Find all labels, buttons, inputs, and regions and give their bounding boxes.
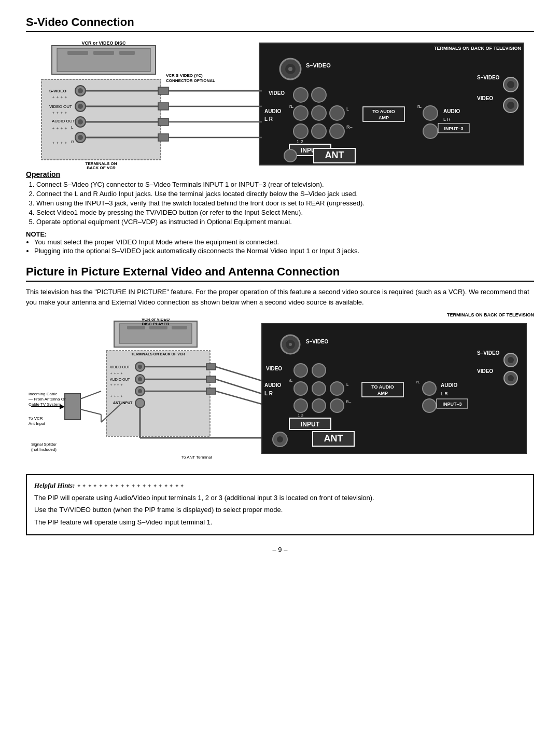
svg-rect-29 [158,87,169,94]
svg-text:AUDIO: AUDIO [264,382,281,388]
svg-text:R–: R– [346,125,353,130]
svg-text:rL: rL [417,104,422,109]
svg-text:VIDEO: VIDEO [477,368,493,374]
svg-text:VIDEO OUT: VIDEO OUT [110,365,130,369]
svg-text:BACK OF VCR: BACK OF VCR [87,165,116,170]
svg-text:L R: L R [264,116,273,122]
pip-title: Picture in Picture External Video and An… [26,265,534,282]
svg-point-93 [138,365,142,369]
svg-rect-86 [172,326,187,329]
svg-text:L: L [71,125,74,130]
operation-list: Connect S–Video (YC) connector to S–Vide… [36,181,534,226]
operation-step-3: When using the INPUT–3 jack, verify that… [36,199,534,207]
svg-text:— From Antenna Or: — From Antenna Or [29,397,66,402]
operation-section: Operation Connect S–Video (YC) connector… [26,170,534,255]
svg-point-67 [330,124,344,139]
svg-text:✦ ✦ ✦ ✦: ✦ ✦ ✦ ✦ [52,141,67,145]
svg-text:1   2: 1 2 [298,413,304,418]
svg-text:VIDEO: VIDEO [266,366,282,371]
pip-intro: This television has the "PICTURE IN PICT… [26,287,534,307]
svg-rect-35 [158,134,169,141]
svg-rect-31 [158,103,169,110]
svg-text:AUDIO OUT: AUDIO OUT [52,119,75,123]
svg-point-56 [330,106,344,120]
svg-text:(not Included): (not Included) [31,447,57,452]
svg-rect-2 [67,51,88,55]
svg-line-107 [80,391,101,399]
svg-point-40 [288,67,292,71]
note-label: NOTE: [26,230,47,238]
svg-rect-123 [206,376,216,382]
svg-point-155 [423,382,436,395]
svg-point-147 [294,382,307,395]
note-list: You must select the proper VIDEO Input M… [34,238,534,255]
svg-text:INPUT: INPUT [301,421,320,428]
svg-point-66 [312,124,326,139]
svg-text:S-VIDEO: S-VIDEO [49,89,66,93]
svg-point-18 [78,119,83,125]
svg-text:✦ ✦ ✦ ✦: ✦ ✦ ✦ ✦ [52,95,67,99]
svg-point-100 [135,398,145,408]
svg-rect-106 [65,394,80,420]
svg-text:AUDIO: AUDIO [264,108,281,114]
svg-text:Incoming Cable: Incoming Cable [29,392,58,396]
svg-point-11 [78,88,83,93]
svg-text:Cable TV System: Cable TV System [29,402,61,407]
svg-point-65 [293,124,308,139]
svg-text:✦ ✦ ✦ ✦: ✦ ✦ ✦ ✦ [52,111,67,115]
svg-text:S–VIDEO: S–VIDEO [306,339,329,344]
svg-text:✦ ✦ ✦ ✦: ✦ ✦ ✦ ✦ [110,395,123,398]
svg-point-44 [507,81,514,88]
svg-point-14 [78,104,83,109]
svg-text:Signal Splitter: Signal Splitter [31,442,57,447]
svg-text:TERMINALS ON BACK OF VCR: TERMINALS ON BACK OF VCR [131,352,185,356]
svg-text:VIDEO: VIDEO [269,90,285,96]
svg-line-108 [80,409,101,414]
svg-text:rL: rL [416,380,421,384]
svg-point-158 [294,399,307,412]
operation-title: Operation [26,170,534,178]
svg-text:✦ ✦ ✦ ✦: ✦ ✦ ✦ ✦ [110,383,123,386]
helpful-hints-box: Helpful Hints: ✦ ✦ ✦ ✦ ✦ ✦ ✦ ✦ ✦ ✦ ✦ ✦ ✦… [26,474,534,535]
operation-step-2: Connect the L and R Audio Input jacks. U… [36,190,534,198]
svg-text:AMP: AMP [377,391,388,396]
svg-line-124 [216,379,262,394]
svg-rect-126 [206,388,216,394]
svg-point-133 [289,343,292,346]
svg-text:S–VIDEO: S–VIDEO [306,62,331,68]
svg-text:TO AUDIO: TO AUDIO [372,109,395,114]
operation-step-1: Connect S–Video (YC) connector to S–Vide… [36,181,534,188]
svg-point-49 [293,88,308,102]
svg-point-137 [508,357,514,363]
page-number: – 9 – [26,546,534,554]
operation-step-5: Operate optional equipment (VCR–VDP) as … [36,218,534,226]
svg-text:✦ ✦ ✦ ✦: ✦ ✦ ✦ ✦ [110,372,123,375]
svg-text:VCR or VIDEO DISC: VCR or VIDEO DISC [81,40,126,46]
s-video-title: S-Video Connection [26,16,534,32]
helpful-hint-3: The PIP feature will operate using S–Vid… [34,517,526,528]
helpful-hints-title: Helpful Hints: ✦ ✦ ✦ ✦ ✦ ✦ ✦ ✦ ✦ ✦ ✦ ✦ ✦… [34,480,526,491]
svg-point-21 [78,135,83,140]
svg-point-148 [312,382,326,395]
svg-text:ANT: ANT [325,150,344,160]
svg-text:TO AUDIO: TO AUDIO [371,384,394,390]
svg-point-143 [312,364,326,377]
svg-text:S–VIDEO: S–VIDEO [477,75,500,80]
svg-text:L R: L R [443,117,451,122]
svg-rect-4 [119,51,135,55]
svg-point-162 [423,399,436,412]
svg-rect-89 [106,351,210,436]
svg-text:VIDEO OUT: VIDEO OUT [49,104,72,109]
svg-point-149 [330,382,344,395]
svg-text:rL: rL [289,378,293,383]
pip-tv-terminals-label: TERMINALS ON BACK OF TELEVISION [26,312,534,317]
svg-text:To ANT Terminal: To ANT Terminal [181,455,212,460]
svg-text:S–VIDEO: S–VIDEO [477,350,500,356]
operation-step-4: Select Video1 mode by pressing the TV/VI… [36,209,534,216]
helpful-hints-title-text: Helpful Hints: [34,481,75,489]
svg-point-142 [294,364,307,377]
svg-point-50 [312,88,326,102]
svg-rect-33 [158,118,169,126]
svg-point-140 [508,375,514,381]
svg-text:VIDEO: VIDEO [477,95,493,101]
